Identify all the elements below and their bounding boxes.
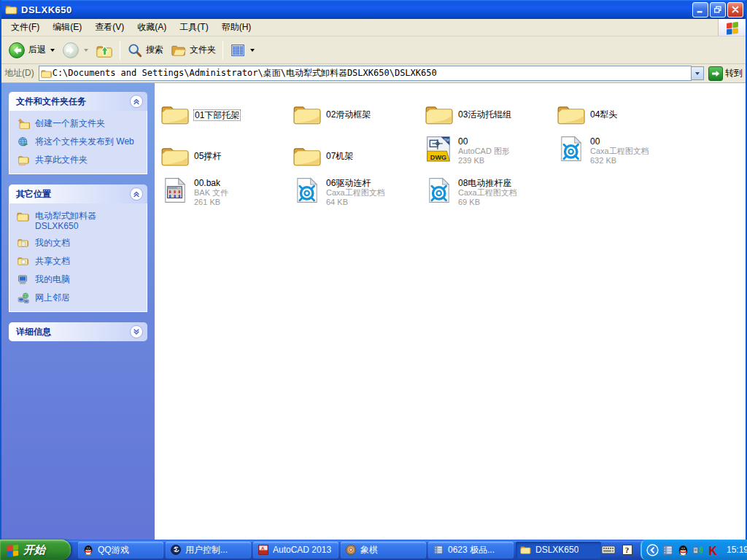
sidebar-panel-file-tasks: 文件和文件夹任务创建一个新文件夹将这个文件夹发布到 Web共享此文件夹: [9, 92, 147, 174]
desktop-screen: DSLXK650 文件(F)编辑(E)查看(V)收藏(A)工具(T)帮助(H) …: [0, 0, 747, 560]
panel-header-file-tasks[interactable]: 文件和文件夹任务: [9, 92, 147, 111]
folder-icon: [293, 142, 322, 170]
taskbar: 开始 QQ游戏用户控制...AAutoCAD 2013象棋0623 极品...D…: [0, 540, 747, 560]
start-button[interactable]: 开始: [0, 540, 71, 560]
file-name: 00: [458, 136, 510, 147]
taskbar-button-dslxk650[interactable]: DSLXK650: [516, 542, 601, 559]
menu-items: 文件(F)编辑(E)查看(V)收藏(A)工具(T)帮助(H): [1, 19, 258, 36]
address-dropdown-button[interactable]: [692, 66, 704, 80]
chevron-left-icon[interactable]: [646, 544, 659, 556]
sidebar-item-new-folder[interactable]: 创建一个新文件夹: [17, 118, 141, 130]
views-dropdown-caret[interactable]: [250, 49, 255, 52]
taskbar-button-label: DSLXK650: [535, 545, 578, 555]
taskbar-button-qq-game[interactable]: QQ游戏: [78, 542, 163, 559]
taskbar-button-chess[interactable]: 象棋: [341, 542, 426, 559]
file-size: 632 KB: [590, 156, 649, 166]
panel-header-other-places[interactable]: 其它位置: [9, 184, 147, 203]
file-item[interactable]: 03活动托辊组: [425, 93, 553, 135]
titlebar[interactable]: DSLXK650: [1, 0, 746, 19]
panel-header-details[interactable]: 详细信息: [9, 322, 147, 341]
minimize-button[interactable]: [692, 2, 708, 18]
window-title: DSLXK650: [21, 4, 72, 15]
back-icon: [8, 42, 26, 59]
sidebar-item-my-documents[interactable]: 我的文档: [17, 238, 141, 249]
sidebar-panel-details: 详细信息: [9, 322, 147, 341]
close-button[interactable]: [727, 2, 743, 18]
sidebar-item-label: 我的文档: [35, 238, 70, 248]
menu-item-favorites[interactable]: 收藏(A): [131, 19, 173, 36]
up-button[interactable]: [92, 40, 117, 61]
file-item[interactable]: 8 8 88 8 800.bakBAK 文件261 KB: [160, 176, 289, 218]
address-input[interactable]: [53, 67, 689, 79]
file-item[interactable]: 04犁头: [557, 93, 685, 135]
file-item[interactable]: TMDWG00AutoCAD 图形239 KB: [425, 135, 553, 176]
media-list-icon[interactable]: [662, 544, 674, 556]
go-button[interactable]: 转到: [708, 66, 743, 81]
file-item[interactable]: 02滑动框架: [293, 93, 421, 135]
sidebar-item-publish-web[interactable]: 将这个文件夹发布到 Web: [17, 136, 141, 148]
forward-button[interactable]: [58, 40, 92, 61]
file-name: 04犁头: [590, 109, 617, 120]
sidebar-item-label: 电动犁式卸料器 DSLXK650: [35, 211, 137, 231]
taskbar-button-label: 0623 极品...: [448, 544, 495, 556]
sidebar-item-label: 创建一个新文件夹: [35, 118, 105, 128]
views-button[interactable]: [226, 41, 258, 60]
file-item[interactable]: 01下部托架: [160, 93, 289, 135]
menu-item-tools[interactable]: 工具(T): [173, 19, 214, 36]
file-item-text: 07机架: [326, 151, 353, 161]
taskbar-button-autocad[interactable]: AAutoCAD 2013: [253, 542, 338, 559]
chevron-down-icon[interactable]: [130, 325, 143, 338]
back-button[interactable]: 后退: [4, 40, 58, 61]
menu-item-edit[interactable]: 编辑(E): [46, 19, 88, 36]
up-folder-icon: [96, 42, 113, 59]
addressbar: 地址(D) 转到: [1, 64, 746, 83]
help-icon[interactable]: ?: [620, 544, 635, 556]
file-item-text: 04犁头: [590, 109, 617, 120]
restore-button[interactable]: [710, 2, 726, 18]
my-computer-icon: [17, 274, 30, 286]
sidebar-item-share-folder[interactable]: 共享此文件夹: [17, 155, 141, 166]
sidebar-item-parent-folder[interactable]: 电动犁式卸料器 DSLXK650: [17, 211, 141, 231]
sidebar-item-my-computer[interactable]: 我的电脑: [17, 274, 141, 286]
shared-documents-icon: [17, 256, 30, 268]
file-item[interactable]: 00Caxa工程图文档632 KB: [557, 135, 685, 176]
file-list-area[interactable]: 01下部托架02滑动框架03活动托辊组04犁头05撑杆07机架TMDWG00Au…: [155, 83, 746, 540]
menu-item-help[interactable]: 帮助(H): [215, 19, 258, 36]
search-button[interactable]: 搜索: [123, 41, 167, 60]
file-item-text: 06驱动连杆Caxa工程图文档64 KB: [326, 178, 385, 207]
file-item-text: 05撑杆: [194, 151, 221, 161]
chevron-up-icon[interactable]: [130, 187, 143, 201]
taskbar-button-user-control[interactable]: 用户控制...: [166, 542, 251, 559]
file-type: BAK 文件: [194, 188, 228, 198]
autocad-icon: A: [258, 544, 269, 556]
file-name: 05撑杆: [194, 151, 221, 161]
search-label: 搜索: [146, 44, 163, 56]
menu-item-view[interactable]: 查看(V): [88, 19, 131, 36]
file-item-text: 02滑动框架: [326, 109, 371, 120]
taskbar-button-0623-list[interactable]: 0623 极品...: [428, 542, 514, 559]
keyboard-icon[interactable]: [601, 544, 616, 556]
menu-item-file[interactable]: 文件(F): [4, 19, 46, 36]
file-item[interactable]: 07机架: [293, 135, 421, 176]
forward-dropdown-caret: [84, 49, 88, 52]
chevron-up-icon[interactable]: [130, 95, 143, 108]
sidebar-item-shared-documents[interactable]: 共享文档: [17, 256, 141, 268]
kaspersky-icon[interactable]: K: [708, 544, 720, 556]
file-item[interactable]: 05撑杆: [160, 135, 289, 176]
file-item[interactable]: 06驱动连杆Caxa工程图文档64 KB: [293, 176, 421, 218]
audio-icon[interactable]: [692, 544, 705, 556]
file-item[interactable]: 08电动推杆座Caxa工程图文档69 KB: [425, 176, 553, 218]
file-type: Caxa工程图文档: [458, 188, 517, 198]
file-item-text: 00Caxa工程图文档632 KB: [590, 136, 649, 166]
file-item-text: 00.bakBAK 文件261 KB: [194, 178, 228, 207]
sidebar-item-label: 我的电脑: [35, 274, 70, 284]
folders-label: 文件夹: [190, 44, 216, 56]
share-folder-icon: [17, 155, 30, 166]
folders-button[interactable]: 文件夹: [167, 41, 220, 60]
my-documents-icon: [17, 238, 30, 249]
back-dropdown-caret[interactable]: [50, 49, 55, 52]
folder-icon: [160, 142, 190, 170]
qq-icon[interactable]: [677, 544, 689, 556]
explorer-window: DSLXK650 文件(F)编辑(E)查看(V)收藏(A)工具(T)帮助(H) …: [0, 0, 747, 540]
sidebar-item-network-places[interactable]: 网上邻居: [17, 292, 141, 304]
